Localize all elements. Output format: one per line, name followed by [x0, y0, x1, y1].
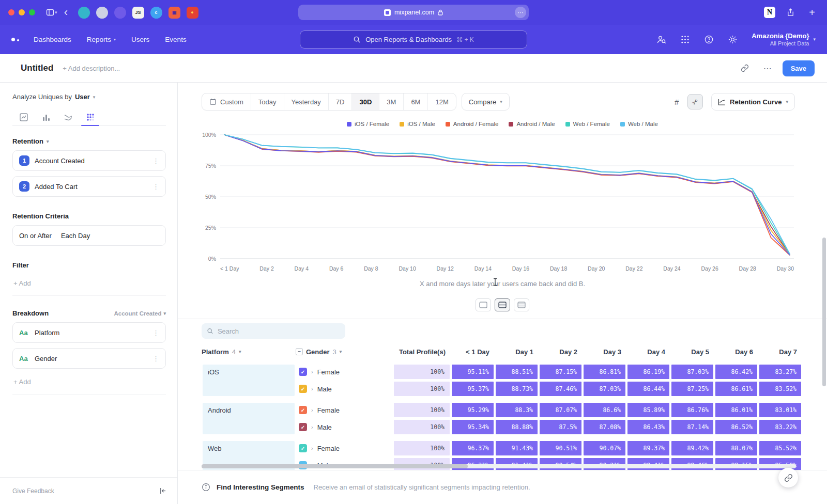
gender-cell-ios-male[interactable]: ✓›Male — [296, 381, 393, 397]
new-tab-icon[interactable]: + — [805, 6, 819, 19]
retention-value-cell[interactable]: 87.03% — [671, 365, 713, 379]
retention-value-cell[interactable]: 90.07% — [584, 441, 625, 455]
extension-notes-icon[interactable] — [96, 7, 108, 19]
range-custom[interactable]: Custom — [202, 93, 251, 110]
nav-item-dashboards[interactable]: Dashboards — [34, 36, 71, 43]
add-breakdown-button[interactable]: + Add — [12, 375, 166, 395]
range-30d[interactable]: 30D — [351, 93, 379, 110]
gender-column-header[interactable]: – Gender 3 ▾ — [296, 345, 393, 358]
nav-item-reports[interactable]: Reports▾ — [87, 36, 116, 43]
criteria-each-day[interactable]: Each Day — [61, 232, 90, 240]
tab-insights-chart-icon[interactable] — [12, 109, 35, 125]
retention-value-cell[interactable]: 83.52% — [759, 382, 801, 396]
table-search[interactable] — [202, 323, 345, 339]
row-checkbox[interactable]: ✓ — [299, 406, 307, 414]
range-yesterday[interactable]: Yesterday — [284, 93, 328, 110]
retention-value-cell[interactable]: 88.73% — [496, 382, 538, 396]
more-options-icon[interactable]: ⋯ — [760, 60, 775, 76]
retention-value-cell[interactable]: 88.88% — [496, 420, 538, 434]
legend-android-female[interactable]: Android / Female — [446, 121, 499, 127]
extension-recorder-icon[interactable]: ● — [187, 7, 198, 19]
select-all-checkbox[interactable]: – — [296, 348, 303, 355]
day-column-header[interactable]: < 1 Day — [451, 345, 495, 358]
retention-value-cell[interactable]: 96.37% — [452, 441, 494, 455]
day-column-header[interactable]: Day 1 — [495, 345, 539, 358]
retention-value-cell[interactable]: 95.34% — [452, 420, 494, 434]
kebab-menu-icon[interactable]: ⋮ — [152, 183, 159, 191]
day-column-header[interactable]: Day 3 — [583, 345, 626, 358]
day-column-header[interactable]: Day 7 — [758, 345, 802, 358]
range-12m[interactable]: 12M — [427, 93, 455, 110]
tab-retention-dots-icon[interactable] — [79, 109, 101, 125]
retention-value-cell[interactable]: 86.42% — [715, 365, 757, 379]
gender-cell-web-female[interactable]: ✓›Female — [296, 440, 393, 456]
day-column-header[interactable]: Day 2 — [539, 345, 583, 358]
horizontal-scrollbar-thumb[interactable] — [202, 464, 468, 468]
segments-title[interactable]: Find Interesting Segments — [217, 483, 304, 491]
retention-criteria-row[interactable]: On or After Each Day — [12, 225, 166, 246]
retention-line-ios-female[interactable] — [224, 135, 790, 255]
annotations-icon[interactable]: # — [669, 94, 684, 109]
breakdown-item-platform[interactable]: AaPlatform⋮ — [12, 322, 166, 343]
close-window-button[interactable] — [8, 9, 14, 15]
retention-value-cell[interactable]: 83.01% — [759, 403, 801, 417]
total-profiles-column-header[interactable]: Total Profile(s) — [393, 345, 451, 358]
retention-value-cell[interactable]: 86.76% — [671, 403, 713, 417]
retention-value-cell[interactable]: 86.43% — [627, 420, 669, 434]
address-bar[interactable]: mixpanel.com ⋯ — [298, 5, 529, 20]
retention-line-ios-male[interactable] — [224, 135, 790, 255]
zoom-window-button[interactable] — [29, 9, 35, 15]
breakdown-item-gender[interactable]: AaGender⋮ — [12, 348, 166, 369]
site-options-icon[interactable]: ⋯ — [515, 7, 526, 18]
row-checkbox[interactable]: ✓ — [299, 423, 307, 431]
range-7d[interactable]: 7D — [328, 93, 352, 110]
retention-value-cell[interactable]: 86.61% — [715, 382, 757, 396]
mixpanel-logo[interactable] — [11, 38, 19, 41]
kebab-menu-icon[interactable]: ⋮ — [152, 329, 159, 337]
table-search-input[interactable] — [218, 327, 340, 335]
row-checkbox[interactable]: ✓ — [299, 444, 307, 452]
chevron-down-icon[interactable]: ▾ — [55, 10, 57, 15]
retention-step-added-to-cart[interactable]: 2Added To Cart⋮ — [12, 176, 166, 197]
retention-value-cell[interactable]: 86.01% — [715, 403, 757, 417]
retention-line-android-male[interactable] — [224, 135, 790, 255]
retention-value-cell[interactable]: 87.5% — [540, 420, 581, 434]
retention-value-cell[interactable]: 87.03% — [584, 382, 625, 396]
retention-value-cell[interactable]: 87.14% — [671, 420, 713, 434]
retention-value-cell[interactable]: 90.51% — [540, 441, 581, 455]
kebab-menu-icon[interactable]: ⋮ — [152, 355, 159, 363]
day-column-header[interactable]: Day 4 — [626, 345, 670, 358]
extension-color-icon[interactable]: c — [150, 7, 162, 19]
apps-grid-icon[interactable] — [678, 33, 692, 46]
analyze-entity-dropdown[interactable]: User — [75, 93, 90, 101]
extension-js-icon[interactable]: JS — [132, 7, 144, 19]
retention-value-cell[interactable]: 86.19% — [627, 365, 669, 379]
notion-extension-icon[interactable]: N — [764, 7, 775, 18]
retention-step-account-created[interactable]: 1Account Created⋮ — [12, 150, 166, 171]
share-icon[interactable] — [784, 6, 797, 19]
give-feedback-link[interactable]: Give Feedback — [12, 487, 54, 495]
chart-only-view-button[interactable] — [476, 298, 491, 311]
chart-plot-area[interactable] — [220, 132, 794, 261]
row-checkbox[interactable]: ✓ — [299, 368, 307, 376]
day-column-header[interactable]: Day 5 — [670, 345, 714, 358]
help-icon[interactable] — [702, 33, 715, 46]
back-button[interactable]: ‹ — [59, 6, 73, 19]
retention-value-cell[interactable]: 89.37% — [627, 441, 669, 455]
report-title[interactable]: Untitled — [21, 63, 53, 73]
retention-value-cell[interactable]: 87.08% — [584, 420, 625, 434]
criteria-on-or-after[interactable]: On or After — [19, 232, 52, 240]
legend-web-male[interactable]: Web / Male — [620, 121, 658, 127]
share-link-floating-button[interactable] — [778, 468, 798, 487]
nav-item-users[interactable]: Users — [131, 36, 149, 43]
project-selector[interactable]: Amazonia {Demo} All Project Data ▾ — [752, 32, 816, 48]
range-today[interactable]: Today — [251, 93, 284, 110]
extension-mixpanel-ext-icon[interactable]: ▣ — [169, 7, 180, 19]
settings-gear-icon[interactable] — [726, 33, 739, 46]
day-column-header[interactable]: Day 6 — [714, 345, 758, 358]
table-only-view-button[interactable] — [514, 298, 529, 311]
extension-package-icon[interactable] — [114, 7, 126, 19]
split-view-button[interactable] — [495, 298, 510, 311]
retention-value-cell[interactable]: 88.07% — [715, 441, 757, 455]
legend-ios-male[interactable]: iOS / Male — [400, 121, 435, 127]
